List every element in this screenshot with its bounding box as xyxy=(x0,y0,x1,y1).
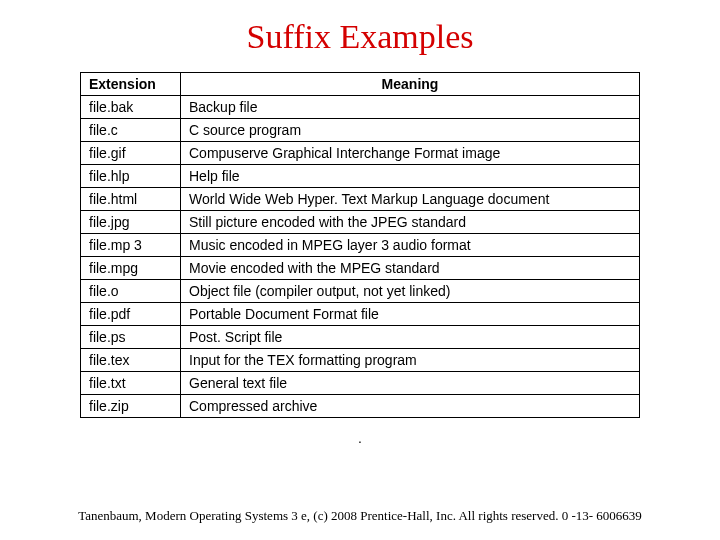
cell-meaning: Movie encoded with the MPEG standard xyxy=(181,257,640,280)
cell-meaning: Still picture encoded with the JPEG stan… xyxy=(181,211,640,234)
table-row: file.jpgStill picture encoded with the J… xyxy=(81,211,640,234)
cell-extension: file.zip xyxy=(81,395,181,418)
table-header-row: Extension Meaning xyxy=(81,73,640,96)
table-row: file.psPost. Script file xyxy=(81,326,640,349)
cell-meaning: World Wide Web Hyper. Text Markup Langua… xyxy=(181,188,640,211)
cell-extension: file.bak xyxy=(81,96,181,119)
cell-meaning: Object file (compiler output, not yet li… xyxy=(181,280,640,303)
suffix-table: Extension Meaning file.bakBackup filefil… xyxy=(80,72,640,418)
cell-extension: file.gif xyxy=(81,142,181,165)
cell-meaning: Compressed archive xyxy=(181,395,640,418)
cell-extension: file.txt xyxy=(81,372,181,395)
cell-meaning: Portable Document Format file xyxy=(181,303,640,326)
slide: Suffix Examples Extension Meaning file.b… xyxy=(0,0,720,540)
table-row: file.txtGeneral text file xyxy=(81,372,640,395)
cell-meaning: Compuserve Graphical Interchange Format … xyxy=(181,142,640,165)
cell-meaning: Music encoded in MPEG layer 3 audio form… xyxy=(181,234,640,257)
table-row: file.mp 3Music encoded in MPEG layer 3 a… xyxy=(81,234,640,257)
cell-extension: file.mpg xyxy=(81,257,181,280)
table-row: file.gifCompuserve Graphical Interchange… xyxy=(81,142,640,165)
cell-extension: file.ps xyxy=(81,326,181,349)
cell-meaning: Backup file xyxy=(181,96,640,119)
cell-meaning: Post. Script file xyxy=(181,326,640,349)
cell-extension: file.mp 3 xyxy=(81,234,181,257)
table-row: file.zipCompressed archive xyxy=(81,395,640,418)
caption-dot: . xyxy=(0,430,720,446)
col-header-meaning: Meaning xyxy=(181,73,640,96)
table-row: file.hlpHelp file xyxy=(81,165,640,188)
table-wrap: Extension Meaning file.bakBackup filefil… xyxy=(80,72,640,418)
cell-extension: file.tex xyxy=(81,349,181,372)
table-row: file.oObject file (compiler output, not … xyxy=(81,280,640,303)
table-row: file.texInput for the TEX formatting pro… xyxy=(81,349,640,372)
col-header-extension: Extension xyxy=(81,73,181,96)
cell-extension: file.hlp xyxy=(81,165,181,188)
cell-meaning: General text file xyxy=(181,372,640,395)
table-row: file.htmlWorld Wide Web Hyper. Text Mark… xyxy=(81,188,640,211)
cell-extension: file.o xyxy=(81,280,181,303)
table-row: file.bakBackup file xyxy=(81,96,640,119)
footer-citation: Tanenbaum, Modern Operating Systems 3 e,… xyxy=(0,508,720,524)
cell-extension: file.pdf xyxy=(81,303,181,326)
table-row: file.pdfPortable Document Format file xyxy=(81,303,640,326)
slide-title: Suffix Examples xyxy=(0,18,720,56)
cell-meaning: Help file xyxy=(181,165,640,188)
cell-meaning: C source program xyxy=(181,119,640,142)
cell-meaning: Input for the TEX formatting program xyxy=(181,349,640,372)
table-body: file.bakBackup filefile.cC source progra… xyxy=(81,96,640,418)
cell-extension: file.jpg xyxy=(81,211,181,234)
table-row: file.cC source program xyxy=(81,119,640,142)
cell-extension: file.c xyxy=(81,119,181,142)
table-row: file.mpgMovie encoded with the MPEG stan… xyxy=(81,257,640,280)
cell-extension: file.html xyxy=(81,188,181,211)
